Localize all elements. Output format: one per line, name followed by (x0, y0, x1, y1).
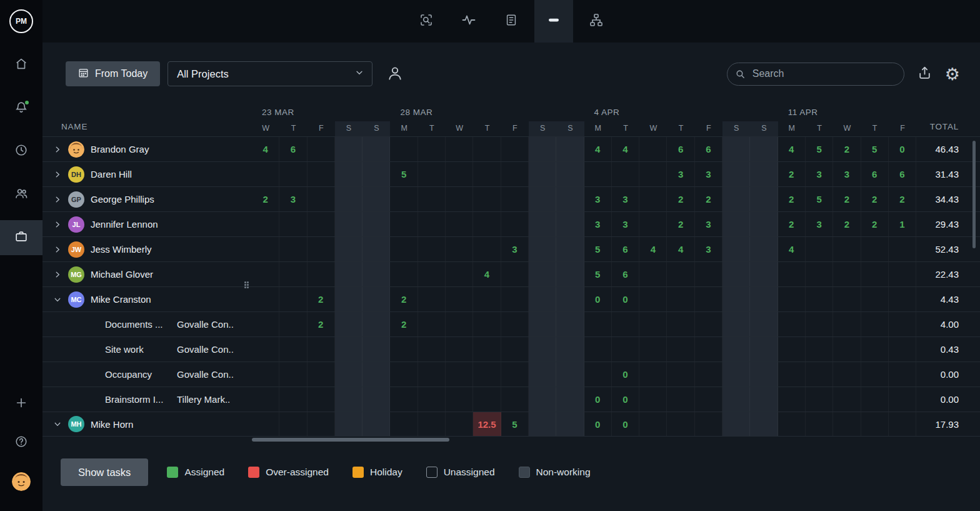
day-cell[interactable] (556, 162, 584, 186)
day-cell[interactable] (308, 337, 335, 362)
day-cell[interactable] (362, 137, 390, 161)
day-cell[interactable] (446, 312, 473, 336)
person-name-cell[interactable]: MHMike Horn (42, 412, 252, 436)
day-cell[interactable] (501, 262, 529, 286)
day-cell[interactable]: 2 (252, 187, 279, 211)
day-cell[interactable] (529, 137, 556, 161)
day-cell[interactable] (418, 312, 446, 336)
day-cell[interactable] (889, 262, 916, 286)
day-cell[interactable] (639, 337, 667, 362)
day-cell[interactable] (335, 337, 362, 362)
day-cell[interactable]: 0 (584, 287, 612, 311)
day-cell[interactable]: 6 (861, 162, 889, 186)
day-cell[interactable] (390, 187, 418, 211)
day-cell[interactable]: 6 (695, 137, 722, 161)
day-cell[interactable] (308, 387, 335, 412)
day-cell[interactable] (446, 237, 473, 261)
day-cell[interactable] (833, 412, 861, 436)
day-cell[interactable] (584, 312, 612, 336)
day-cell[interactable] (722, 312, 750, 336)
day-cell[interactable]: 2 (667, 187, 694, 211)
day-cell[interactable] (889, 237, 916, 261)
day-cell[interactable]: 2 (833, 137, 861, 161)
day-cell[interactable] (806, 412, 833, 436)
day-cell[interactable] (529, 262, 556, 286)
day-cell[interactable] (750, 412, 778, 436)
day-cell[interactable]: 6 (279, 137, 307, 161)
day-cell[interactable] (362, 287, 390, 311)
sidebar-item-notifications[interactable] (0, 91, 42, 126)
chevron-right-icon[interactable] (52, 145, 62, 154)
day-cell[interactable] (750, 162, 778, 186)
day-cell[interactable] (889, 312, 916, 336)
day-cell[interactable] (308, 262, 335, 286)
day-cell[interactable] (889, 387, 916, 412)
tab-activity[interactable] (449, 0, 488, 43)
day-cell[interactable] (722, 162, 750, 186)
day-cell[interactable] (473, 187, 501, 211)
day-cell[interactable] (529, 412, 556, 436)
day-cell[interactable] (806, 237, 833, 261)
day-cell[interactable] (446, 212, 473, 236)
tab-zoom-find[interactable] (407, 0, 446, 43)
day-cell[interactable] (861, 237, 889, 261)
day-cell[interactable] (833, 237, 861, 261)
day-cell[interactable]: 3 (667, 162, 694, 186)
day-cell[interactable] (501, 312, 529, 336)
day-cell[interactable] (390, 137, 418, 161)
day-cell[interactable] (750, 137, 778, 161)
person-name-cell[interactable]: Brandon Gray (42, 137, 252, 161)
column-resize-handle[interactable] (244, 281, 249, 289)
day-cell[interactable] (750, 362, 778, 387)
day-cell[interactable] (446, 262, 473, 286)
day-cell[interactable] (390, 362, 418, 387)
horizontal-scrollbar[interactable] (252, 437, 916, 443)
day-cell[interactable] (529, 237, 556, 261)
day-cell[interactable]: 2 (833, 212, 861, 236)
day-cell[interactable]: 3 (806, 212, 833, 236)
tab-workflow[interactable] (577, 0, 616, 43)
day-cell[interactable] (750, 237, 778, 261)
day-cell[interactable]: 6 (612, 237, 639, 261)
day-cell[interactable]: 0 (612, 387, 639, 412)
day-cell[interactable] (861, 312, 889, 336)
day-cell[interactable] (722, 362, 750, 387)
day-cell[interactable]: 5 (861, 137, 889, 161)
day-cell[interactable] (750, 312, 778, 336)
day-cell[interactable]: 0 (612, 362, 639, 387)
day-cell[interactable] (279, 312, 307, 336)
day-cell[interactable] (473, 162, 501, 186)
day-cell[interactable] (639, 212, 667, 236)
day-cell[interactable] (279, 287, 307, 311)
day-cell[interactable] (529, 162, 556, 186)
day-cell[interactable] (778, 262, 806, 286)
day-cell[interactable]: 3 (695, 162, 722, 186)
person-name-cell[interactable]: DHDaren Hill (42, 162, 252, 186)
day-cell[interactable] (778, 412, 806, 436)
day-cell[interactable] (335, 362, 362, 387)
day-cell[interactable] (778, 312, 806, 336)
sidebar-item-team[interactable] (0, 177, 42, 212)
person-name-cell[interactable]: MGMichael Glover (42, 262, 252, 286)
day-cell[interactable] (806, 362, 833, 387)
day-cell[interactable] (252, 412, 279, 436)
day-cell[interactable] (639, 312, 667, 336)
day-cell[interactable] (778, 362, 806, 387)
chevron-right-icon[interactable] (52, 170, 62, 179)
day-cell[interactable] (556, 137, 584, 161)
chevron-down-icon[interactable] (52, 420, 62, 428)
day-cell[interactable]: 2 (778, 187, 806, 211)
day-cell[interactable] (252, 262, 279, 286)
day-cell[interactable] (279, 162, 307, 186)
day-cell[interactable] (279, 412, 307, 436)
day-cell[interactable] (446, 387, 473, 412)
day-cell[interactable] (308, 412, 335, 436)
person-name-cell[interactable]: JWJess Wimberly (42, 237, 252, 261)
day-cell[interactable] (861, 387, 889, 412)
day-cell[interactable] (529, 287, 556, 311)
day-cell[interactable] (861, 287, 889, 311)
day-cell[interactable] (279, 337, 307, 362)
day-cell[interactable]: 3 (279, 187, 307, 211)
day-cell[interactable] (473, 287, 501, 311)
day-cell[interactable]: 3 (612, 187, 639, 211)
